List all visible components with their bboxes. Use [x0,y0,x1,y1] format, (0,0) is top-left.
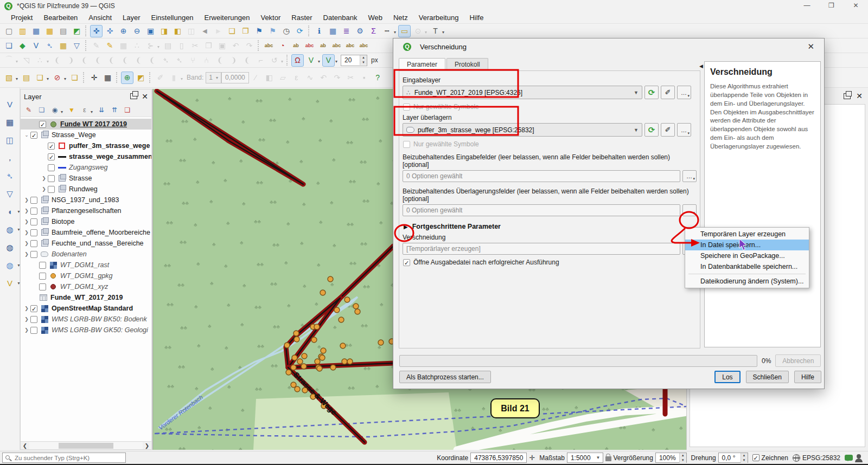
layer-visibility-checkbox[interactable] [39,283,46,290]
layer-tree-item[interactable]: Funde_WT_2017_2019 [21,292,151,303]
restore-button[interactable]: ❐ [819,0,844,12]
layer-tree-item[interactable]: ⌄✓Strasse_Wege [21,130,151,140]
context-menu-item[interactable]: In Datenbanktabelle speichern... [685,261,809,272]
zoom-next-icon[interactable]: ► [212,25,225,37]
temporal-controller-icon[interactable]: ◷ [280,25,292,37]
zoom-full-icon[interactable]: ▣ [144,25,157,37]
layer-visibility-checkbox[interactable] [30,327,37,334]
layer-tree-item[interactable]: ❯Rundweg [21,184,151,195]
menu-item[interactable]: Bearbeiten [38,14,83,22]
layer-tree-item[interactable]: ❯WMS LGRB-BW BK50: Bodenk [21,314,151,325]
layer-visibility-checkbox[interactable]: ✓ [48,143,55,150]
processing-toolbox-icon[interactable]: ⚙ [354,25,366,37]
coordinate-field[interactable]: 473876,5397850 [470,453,527,463]
expander-icon[interactable]: ❯ [23,306,30,311]
add-group-icon[interactable]: ❏ [36,105,47,115]
modify-attributes-icon[interactable]: ▤ [162,40,174,52]
zoom-to-layer-icon[interactable]: ◧ [171,25,184,37]
expander-icon[interactable]: ❯ [23,241,30,246]
new-geopackage-layer-icon[interactable]: ◆ [16,40,29,52]
raster-help-icon[interactable]: ? [372,72,384,84]
help-button[interactable]: Hilfe [794,371,821,383]
split-parts-icon[interactable]: ⑂ [187,54,199,67]
snap-on-intersection-icon[interactable]: V▾ [322,54,335,67]
add-wcs-layer-icon[interactable]: ◍ [3,240,17,255]
select-by-form-icon[interactable]: ▤ [20,72,33,84]
layer-visibility-checkbox[interactable] [30,251,37,258]
batch-process-button[interactable]: Als Batchprozess starten... [399,371,491,383]
input-layer-combo[interactable]: ∴ Funde_WT_2017_2019 [EPSG:4326] ▼ [403,86,642,99]
zoom-native-icon[interactable]: ◫ [185,25,197,37]
merge-attributes-icon[interactable]: ❩ [227,54,240,67]
close-dialog-button[interactable]: Schließen [746,371,789,383]
layer-visibility-checkbox[interactable] [30,229,37,236]
style-manager-icon[interactable]: ◩ [71,25,83,37]
layer-tree-item[interactable]: ❯WMS LGRB-BW GK50: Geologi [21,325,151,335]
add-delimited-text-icon[interactable]: ， [3,151,17,165]
keep-overlay-fields-field[interactable]: 0 Optionen gewählt [403,204,680,216]
tab-protokoll[interactable]: Protokoll [446,58,488,70]
reshape-features-icon[interactable]: ➴ [173,54,186,67]
crs-value[interactable]: EPSG:25832 [802,454,840,462]
layer-tree-item[interactable]: WT_DGM1_gpkg [21,270,151,281]
new-project-icon[interactable]: ▢ [3,25,15,37]
add-vector-tile-icon[interactable]: V▾ [3,276,17,290]
data-source-manager-icon[interactable]: ❏ [3,40,15,52]
add-spatialite-layer-icon[interactable]: ➴ [3,169,17,183]
raster-dark-icon[interactable]: ▪ [358,72,371,84]
raster-eyedropper-icon[interactable]: ✐ [154,72,167,84]
remove-layer-icon[interactable]: ❑ [122,105,133,115]
expand-all-icon[interactable]: ⇊ [96,105,107,115]
float-panel-icon[interactable] [130,93,137,99]
layer-visibility-checkbox[interactable] [30,197,37,204]
raster-eraser-icon[interactable]: ▱ [277,72,289,84]
float-panel-icon[interactable] [844,93,851,99]
expander-icon[interactable]: ❯ [23,251,30,257]
layer-visibility-checkbox[interactable]: ✓ [39,121,46,128]
select-features-icon[interactable]: ▧▾ [3,72,15,84]
scale-combo[interactable]: 1:5000▼ [567,453,603,463]
raster-undo-icon[interactable]: ↶ [317,72,330,84]
text-annotation-icon[interactable]: T▾ [429,25,442,37]
layer-visibility-checkbox[interactable]: ✓ [48,153,55,160]
add-vector-layer-icon[interactable]: V [3,97,17,112]
add-ring-icon[interactable]: ❨ [92,54,104,67]
layer-tree-item[interactable]: ❯Strasse [21,173,151,184]
layer-tree-item[interactable]: ✓puffer_3m_strasse_wege [21,140,151,151]
menu-item[interactable]: Datenbank [318,14,363,22]
advanced-options-button[interactable]: ✐ [661,86,675,99]
layer-tree-item[interactable]: ✓strasse_wege_zusammen [21,151,151,162]
layer-visibility-checkbox[interactable] [39,273,46,280]
tab-parameter[interactable]: Parameter [399,58,445,70]
new-shapefile-layer-icon[interactable]: V [30,40,42,52]
nominatim-search-icon[interactable]: ⊙▾ [412,25,424,37]
collapse-help-icon[interactable]: ◀ [699,63,703,69]
minimize-button[interactable]: — [795,0,819,12]
zoom-green-icon[interactable]: ⊕ [121,72,133,84]
advanced-options-button[interactable]: ✐ [661,123,675,137]
offset-curve-icon[interactable]: ➴ [159,54,172,67]
raster-curve-icon[interactable]: ∿ [304,72,316,84]
raster-pencil-icon[interactable]: ∕ [250,72,262,84]
layer-tree-item[interactable]: ❯NSG_1937_und_1983 [21,195,151,205]
expander-icon[interactable]: ❯ [23,317,30,322]
new-memory-layer-icon[interactable]: ▦ [57,40,69,52]
add-mesh-layer-icon[interactable]: ◫ [3,133,17,147]
close-button[interactable]: ✕ [844,0,868,12]
layers-panel-scrollbar[interactable]: ❮ ❯ [21,441,151,449]
run-button[interactable]: Los [714,371,740,383]
raster-cursor-tool-icon[interactable]: ▦ [101,72,114,84]
render-checkbox[interactable]: ✓ [752,454,760,461]
statistics-icon[interactable]: ≣ [340,25,353,37]
input-source-menu-button[interactable]: … [677,86,691,99]
menu-item[interactable]: Web [362,14,388,22]
select-yellow-pin-icon[interactable]: ❏ [68,72,81,84]
topological-editing-icon[interactable]: V▾ [305,54,317,67]
expander-icon[interactable]: ❯ [23,219,30,224]
lock-scale-icon[interactable] [605,456,611,461]
filter-by-expression-icon[interactable]: ε▾ [79,105,90,115]
keep-input-fields-field[interactable]: 0 Optionen gewählt [403,170,680,182]
layer-tree-item[interactable]: ❯Bodenarten [21,249,151,260]
menu-item[interactable]: Erweiterungen [199,14,256,22]
new-print-layout-icon[interactable]: ▤ [57,25,69,37]
